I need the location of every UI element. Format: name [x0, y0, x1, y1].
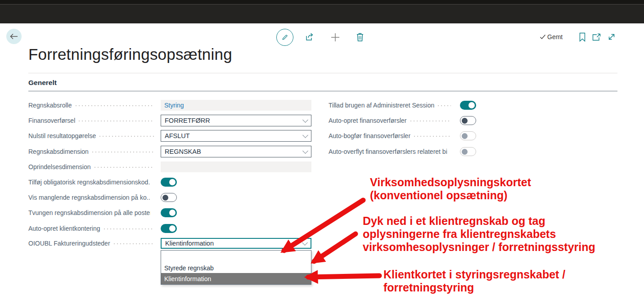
annotation-note-1: Virksomhedsoplysningskortet (konventione… — [370, 176, 531, 202]
dropdown-option-blank[interactable] — [161, 251, 311, 263]
toggle-auto-overflyt[interactable] — [460, 147, 476, 156]
bookmark-button[interactable] — [578, 31, 587, 42]
dotted-leader — [92, 152, 154, 152]
section-divider — [28, 91, 617, 91]
resize-diagonal-icon — [608, 33, 616, 41]
dotted-leader — [114, 243, 154, 244]
field-label: Oprindelsesdimension — [28, 163, 91, 170]
field-row: Nulstil resultatopgørelse — [28, 130, 158, 142]
toggle-knob — [462, 133, 468, 139]
finansoverfoersel-combobox[interactable]: FORRETFØRR — [161, 115, 311, 126]
field-row: Auto-bogfør finansoverførsler — [329, 130, 455, 141]
section-header-generelt[interactable]: Generelt — [28, 79, 57, 87]
dotted-leader — [76, 105, 154, 106]
field-row: Auto-opret klientkontering — [28, 223, 158, 234]
new-button[interactable] — [329, 31, 341, 43]
toggle-auto-bogfoer-finansoverfoersler[interactable] — [460, 131, 476, 140]
back-button[interactable] — [6, 29, 22, 44]
open-in-new-window-button[interactable] — [591, 32, 601, 41]
toggle-knob — [468, 102, 475, 108]
toggle-tilfoej-obligatorisk[interactable] — [161, 178, 177, 187]
annotation-line: Virksomhedsoplysningskortet — [370, 176, 531, 189]
field-row: Oprindelsesdimension — [28, 161, 158, 172]
regnskabsrolle-field[interactable]: Styring — [161, 100, 311, 111]
annotation-note-2: Dyk ned i et klientregnskab og tag oplys… — [363, 215, 595, 254]
annotation-arrow-2 — [314, 234, 356, 261]
field-label: Auto-overflyt finansoverførslers relater… — [329, 148, 447, 155]
annotation-line: (konventionel opsætning) — [370, 189, 531, 202]
delete-button[interactable] — [354, 31, 366, 43]
field-label: Nulstil resultatopgørelse — [28, 132, 96, 139]
dropdown-option-styrede-regnskab[interactable]: Styrede regnskab — [161, 263, 311, 273]
toggle-knob — [169, 225, 176, 232]
expand-button[interactable] — [607, 32, 617, 42]
save-status-label: Gemt — [547, 33, 563, 40]
field-row: Regnskabsrolle — [28, 100, 158, 111]
oprindelsesdimension-field[interactable] — [161, 161, 311, 172]
edit-button[interactable] — [276, 29, 293, 46]
delete-trash-icon — [356, 32, 364, 42]
page-title: Forretningsføringsopsætning — [28, 45, 232, 63]
oioubl-faktureringudsteder-combobox[interactable]: Klientinformation — [161, 238, 311, 249]
share-button[interactable] — [303, 31, 316, 43]
combobox-value: AFSLUT — [165, 132, 303, 139]
chrome-strip — [0, 0, 644, 4]
field-row: OIOUBL Faktureringudsteder — [28, 238, 158, 249]
toggle-knob — [462, 118, 468, 124]
business-central-page: Gemt Forretningsføringsopsætning Generel… — [0, 0, 644, 300]
annotation-line: Klientkortet i styringsregnskabet / — [383, 268, 565, 281]
annotation-line: forretningstyring — [383, 281, 565, 294]
save-status: Gemt — [540, 33, 563, 40]
toggle-knob — [462, 149, 468, 155]
chrome-divider — [0, 4, 644, 4]
field-row: Tvungen regnskabsdimension på alle poste… — [28, 207, 158, 218]
annotation-line: oplysningerne fra klientregnskabets — [363, 228, 595, 241]
field-label: Auto-opret finansoverførsler — [329, 117, 407, 124]
dotted-leader — [410, 121, 451, 121]
field-label: Regnskabsdimension — [28, 148, 89, 155]
toggle-auto-opret-klientkontering[interactable] — [161, 224, 177, 233]
dotted-leader — [79, 121, 154, 121]
combobox-value: FORRETFØRR — [165, 117, 303, 124]
field-row: Auto-overflyt finansoverførslers relater… — [329, 146, 455, 157]
toggle-auto-opret-finansoverfoersler[interactable] — [460, 116, 476, 125]
combobox-value: Klientinformation — [165, 240, 303, 247]
chevron-down-icon[interactable] — [302, 148, 308, 154]
field-label: Tilføj obligatorisk regnskabsdimensionsk… — [28, 179, 150, 186]
check-icon — [540, 34, 546, 40]
dropdown-option-klientinformation-selected[interactable]: Klientinformation — [161, 273, 311, 284]
field-label: Finansoverførsel — [28, 117, 75, 124]
toggle-knob — [169, 179, 176, 185]
dotted-leader — [104, 228, 154, 229]
field-label: Vis manglende regnskabsdimension på ko..… — [28, 194, 150, 201]
window-chrome-bar — [0, 0, 644, 23]
field-label: Regnskabsrolle — [28, 102, 72, 109]
dotted-leader — [95, 167, 154, 168]
field-label: OIOUBL Faktureringudsteder — [28, 240, 110, 247]
dotted-leader — [99, 136, 154, 137]
annotation-arrow-3 — [308, 276, 379, 277]
dotted-leader — [438, 105, 451, 106]
field-label: Auto-bogfør finansoverførsler — [329, 132, 410, 139]
combobox-value: REGNSKAB — [165, 148, 303, 155]
field-row: Finansoverførsel — [28, 115, 158, 126]
field-label: Tillad brugen af Administreret Session — [329, 102, 434, 109]
chevron-down-icon[interactable] — [302, 132, 308, 138]
annotation-note-3: Klientkortet i styringsregnskabet / forr… — [383, 268, 565, 294]
chevron-down-icon[interactable] — [302, 117, 308, 123]
toggle-tillad-administreret-session[interactable] — [460, 101, 476, 110]
regnskabsdimension-combobox[interactable]: REGNSKAB — [161, 146, 311, 157]
regnskabsrolle-value[interactable]: Styring — [164, 102, 184, 109]
dotted-leader — [414, 136, 451, 137]
field-row: Vis manglende regnskabsdimension på ko..… — [28, 192, 158, 203]
chevron-down-icon[interactable] — [302, 240, 308, 246]
nulstil-resultatopgoerelse-combobox[interactable]: AFSLUT — [161, 130, 311, 142]
bookmark-icon — [579, 32, 586, 42]
oioubl-dropdown-list: Styrede regnskab Klientinformation — [161, 250, 311, 285]
toggle-knob — [162, 195, 168, 201]
share-icon — [305, 32, 315, 41]
field-row: Regnskabsdimension — [28, 146, 158, 157]
open-in-new-window-icon — [592, 33, 601, 41]
toggle-vis-manglende[interactable] — [161, 193, 177, 202]
toggle-tvungen-regnskabsdimension[interactable] — [161, 208, 177, 217]
